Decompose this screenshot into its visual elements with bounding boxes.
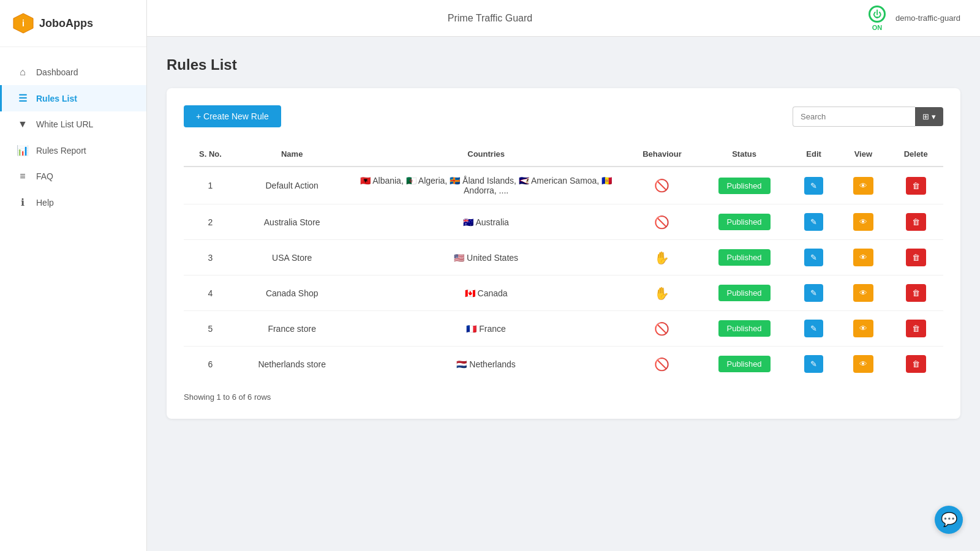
col-edit: Edit bbox=[790, 142, 838, 167]
rules-card: + Create New Rule ⊞ ▾ S. No. Name Countr… bbox=[167, 88, 960, 419]
logo-text: JoboApps bbox=[39, 17, 93, 30]
filter-icon: ▼ bbox=[17, 119, 29, 130]
eye-icon: 👁 bbox=[859, 288, 867, 298]
grid-view-button[interactable]: ⊞ ▾ bbox=[915, 107, 943, 126]
nav-menu: ⌂ Dashboard ☰ Rules List ▼ White List UR… bbox=[0, 47, 146, 228]
cell-edit: ✎ bbox=[790, 167, 838, 204]
logo-area: i JoboApps bbox=[0, 0, 146, 47]
published-button[interactable]: Published bbox=[718, 249, 771, 266]
cell-edit: ✎ bbox=[790, 240, 838, 276]
cell-name: Netherlands store bbox=[237, 347, 347, 382]
delete-button[interactable]: 🗑 bbox=[906, 320, 926, 337]
edit-button[interactable]: ✎ bbox=[804, 284, 823, 302]
edit-button[interactable]: ✎ bbox=[804, 177, 823, 195]
view-button[interactable]: 👁 bbox=[853, 320, 873, 337]
view-button[interactable]: 👁 bbox=[853, 355, 873, 373]
published-button[interactable]: Published bbox=[718, 320, 771, 337]
menu-icon: ≡ bbox=[17, 171, 29, 182]
col-status: Status bbox=[699, 142, 790, 167]
edit-icon: ✎ bbox=[810, 359, 817, 369]
sidebar-item-label: Rules List bbox=[36, 94, 77, 103]
power-icon: ⏻ bbox=[869, 6, 886, 23]
col-behaviour: Behaviour bbox=[625, 142, 699, 167]
cell-sno: 2 bbox=[184, 204, 237, 240]
view-button[interactable]: 👁 bbox=[853, 284, 873, 302]
cell-behaviour: 🚫 bbox=[625, 311, 699, 347]
sidebar-item-label: Dashboard bbox=[36, 67, 78, 77]
cell-behaviour: 🚫 bbox=[625, 347, 699, 382]
sidebar-item-label: White List URL bbox=[36, 119, 93, 129]
sidebar-item-help[interactable]: ℹ Help bbox=[0, 189, 146, 216]
published-button[interactable]: Published bbox=[718, 178, 771, 194]
cell-delete: 🗑 bbox=[888, 311, 943, 347]
cell-status: Published bbox=[699, 347, 790, 382]
sidebar-item-dashboard[interactable]: ⌂ Dashboard bbox=[0, 59, 146, 85]
delete-button[interactable]: 🗑 bbox=[906, 355, 926, 373]
chat-support-button[interactable]: 💬 bbox=[935, 506, 963, 534]
page-title: Rules List bbox=[167, 56, 960, 73]
cell-behaviour: 🚫 bbox=[625, 204, 699, 240]
sidebar-item-rules-list[interactable]: ☰ Rules List bbox=[0, 85, 146, 111]
delete-button[interactable]: 🗑 bbox=[906, 213, 926, 231]
cell-countries: 🇳🇱 Netherlands bbox=[347, 347, 625, 382]
cell-delete: 🗑 bbox=[888, 347, 943, 382]
cell-behaviour: ✋ bbox=[625, 276, 699, 311]
cell-countries: 🇦🇱 Albania, 🇩🇿 Algeria, 🇦🇽 Åland Islands… bbox=[347, 167, 625, 204]
redirect-icon: ✋ bbox=[654, 251, 669, 264]
cell-status: Published bbox=[699, 311, 790, 347]
edit-icon: ✎ bbox=[810, 253, 817, 262]
trash-icon: 🗑 bbox=[912, 288, 920, 298]
edit-button[interactable]: ✎ bbox=[804, 213, 823, 231]
topbar-right: ⏻ ON demo-traffic-guard bbox=[869, 6, 960, 31]
sidebar-item-rules-report[interactable]: 📊 Rules Report bbox=[0, 137, 146, 163]
status-indicator: ⏻ ON bbox=[869, 6, 886, 31]
cell-view: 👁 bbox=[838, 167, 888, 204]
sidebar-item-faq[interactable]: ≡ FAQ bbox=[0, 163, 146, 189]
table-row: 2 Australia Store 🇦🇺 Australia 🚫 Publish… bbox=[184, 204, 943, 240]
home-icon: ⌂ bbox=[17, 67, 29, 78]
cell-name: Canada Shop bbox=[237, 276, 347, 311]
search-input[interactable] bbox=[793, 107, 915, 127]
rules-table: S. No. Name Countries Behaviour Status E… bbox=[184, 142, 943, 381]
cell-view: 👁 bbox=[838, 240, 888, 276]
block-icon: 🚫 bbox=[654, 358, 669, 371]
cell-view: 👁 bbox=[838, 204, 888, 240]
view-button[interactable]: 👁 bbox=[853, 213, 873, 231]
cell-name: USA Store bbox=[237, 240, 347, 276]
edit-button[interactable]: ✎ bbox=[804, 249, 823, 266]
topbar-title: Prime Traffic Guard bbox=[448, 13, 532, 24]
cell-view: 👁 bbox=[838, 276, 888, 311]
edit-button[interactable]: ✎ bbox=[804, 355, 823, 373]
col-view: View bbox=[838, 142, 888, 167]
page-content: Rules List + Create New Rule ⊞ ▾ S. No. … bbox=[147, 37, 980, 551]
delete-button[interactable]: 🗑 bbox=[906, 177, 926, 195]
cell-view: 👁 bbox=[838, 311, 888, 347]
list-icon: ☰ bbox=[17, 92, 29, 104]
status-on-label: ON bbox=[872, 24, 883, 31]
sidebar-item-whitelist-url[interactable]: ▼ White List URL bbox=[0, 111, 146, 137]
redirect-icon: ✋ bbox=[654, 287, 669, 300]
col-delete: Delete bbox=[888, 142, 943, 167]
cell-delete: 🗑 bbox=[888, 204, 943, 240]
published-button[interactable]: Published bbox=[718, 285, 771, 301]
sidebar-item-label: FAQ bbox=[36, 171, 53, 181]
edit-button[interactable]: ✎ bbox=[804, 320, 823, 337]
table-row: 5 France store 🇫🇷 France 🚫 Published ✎ 👁… bbox=[184, 311, 943, 347]
table-row: 4 Canada Shop 🇨🇦 Canada ✋ Published ✎ 👁 … bbox=[184, 276, 943, 311]
cell-countries: 🇨🇦 Canada bbox=[347, 276, 625, 311]
published-button[interactable]: Published bbox=[718, 356, 771, 372]
create-new-rule-button[interactable]: + Create New Rule bbox=[184, 105, 281, 127]
info-icon: ℹ bbox=[17, 197, 29, 208]
trash-icon: 🗑 bbox=[912, 324, 920, 333]
cell-delete: 🗑 bbox=[888, 167, 943, 204]
table-row: 6 Netherlands store 🇳🇱 Netherlands 🚫 Pub… bbox=[184, 347, 943, 382]
edit-icon: ✎ bbox=[810, 181, 817, 190]
logo-icon: i bbox=[12, 12, 34, 34]
published-button[interactable]: Published bbox=[718, 214, 771, 230]
delete-button[interactable]: 🗑 bbox=[906, 249, 926, 266]
chart-icon: 📊 bbox=[17, 144, 29, 156]
view-button[interactable]: 👁 bbox=[853, 177, 873, 195]
delete-button[interactable]: 🗑 bbox=[906, 284, 926, 302]
cell-countries: 🇦🇺 Australia bbox=[347, 204, 625, 240]
view-button[interactable]: 👁 bbox=[853, 249, 873, 266]
